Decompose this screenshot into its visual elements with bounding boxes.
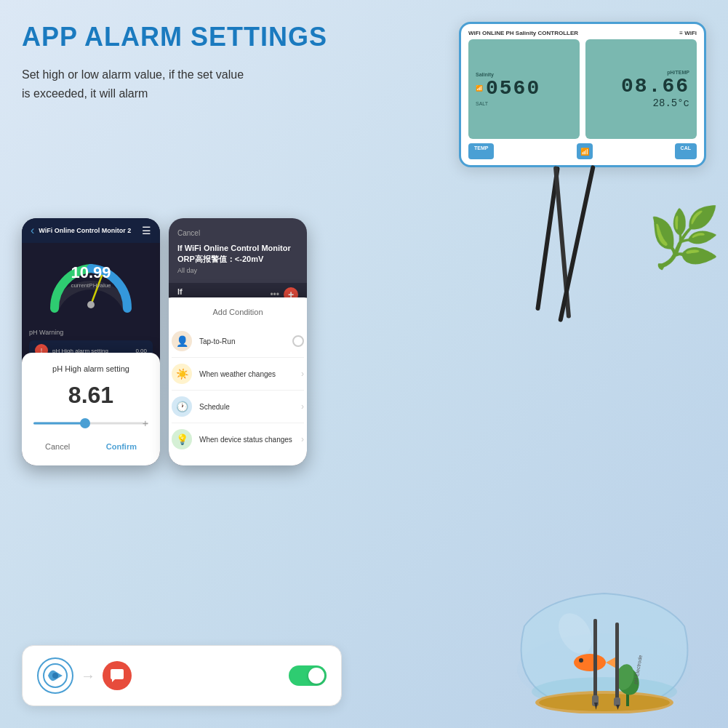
popup-value: 8.61: [33, 382, 148, 409]
ph-value: 08.66: [621, 75, 689, 97]
phone-header: ‹ WiFi Online Control Monitor 2 ☰: [22, 218, 160, 243]
ph-warning-title: pH Warning: [29, 329, 153, 336]
slider-track: [33, 423, 148, 425]
svg-point-21: [52, 673, 58, 679]
schedule-icon: 🕐: [172, 396, 192, 417]
page-title: APP ALARM SETTINGS: [22, 22, 342, 52]
add-condition-popup: Add Condition 👤 Tap-to-Run ☀️ When weath…: [169, 297, 307, 465]
bottom-banner: →: [22, 645, 342, 706]
right-arrow-icon: →: [81, 668, 95, 684]
auto-cancel-label[interactable]: Cancel: [177, 229, 200, 237]
toggle-switch[interactable]: [289, 665, 327, 686]
logo-svg: [42, 663, 68, 689]
device-box: WiFi ONLINE PH Salinity CONTROLLER ≡ WiF…: [459, 22, 706, 167]
weather-arrow-icon: ›: [301, 369, 304, 379]
gauge-value-display: 10.99 currentPHvalue: [71, 263, 111, 289]
salt-label: SALT: [476, 101, 488, 106]
auto-header: Cancel If WiFi Online Control Monitor OR…: [169, 218, 307, 279]
fish-bowl-svg: pH Electrode: [503, 510, 706, 713]
svg-point-4: [574, 654, 606, 671]
phone-title: WiFi Online Control Monitor 2: [39, 227, 142, 234]
schedule-arrow-icon: ›: [301, 401, 304, 412]
leaf-decoration: 🌿: [648, 204, 721, 272]
toggle-knob: [308, 668, 324, 684]
slider-thumb[interactable]: [80, 418, 90, 428]
phones-area: ‹ WiFi Online Control Monitor 2 ☰ 10.99 …: [22, 218, 307, 465]
slider-container[interactable]: +: [33, 416, 148, 431]
weather-icon: ☀️: [172, 364, 192, 384]
slider-plus-icon[interactable]: +: [143, 417, 148, 429]
schedule-label: Schedule: [199, 403, 301, 411]
cancel-button[interactable]: Cancel: [33, 439, 81, 454]
menu-icon[interactable]: ☰: [142, 225, 151, 236]
svg-rect-10: [593, 619, 597, 699]
wifi-label: ≡ WiFi: [679, 30, 697, 36]
chat-icon: [103, 661, 132, 690]
device-status-icon: 💡: [172, 429, 192, 449]
add-condition-title: Add Condition: [172, 308, 304, 316]
all-day-label: All day: [177, 267, 298, 274]
if-label: If: [177, 287, 247, 296]
salinity-label: Salinity: [476, 72, 494, 77]
device-screens: Salinity 📶 0560 SALT pH/TEMP 08.66 28.5°…: [468, 39, 697, 139]
temp-value: 28.5°c: [653, 97, 689, 109]
svg-point-19: [87, 301, 95, 308]
schedule-item[interactable]: 🕐 Schedule ›: [172, 391, 304, 423]
chat-svg: [109, 668, 125, 684]
fish-bowl: pH Electrode: [503, 510, 706, 713]
weather-changes-label: When weather changes: [199, 370, 301, 378]
popup-title: pH High alarm setting: [33, 364, 148, 373]
device-top-bar: WiFi ONLINE PH Salinity CONTROLLER ≡ WiF…: [468, 30, 697, 36]
device-buttons: TEMP 📶 CAL: [468, 143, 697, 159]
wifi-button[interactable]: 📶: [577, 143, 593, 159]
salinity-value: 0560: [486, 77, 540, 100]
brand-logo: [37, 657, 73, 694]
device-title-label: WiFi ONLINE PH Salinity CONTROLLER: [468, 30, 578, 36]
cal-button[interactable]: CAL: [675, 143, 697, 159]
tap-to-run-item[interactable]: 👤 Tap-to-Run: [172, 325, 304, 358]
top-section: APP ALARM SETTINGS Set high or low alarm…: [22, 22, 342, 103]
svg-point-6: [579, 658, 583, 663]
back-arrow-icon[interactable]: ‹: [31, 224, 34, 237]
confirm-button[interactable]: Confirm: [95, 439, 148, 454]
page-description: Set high or low alarm value, if the set …: [22, 65, 342, 103]
svg-rect-11: [615, 623, 619, 699]
svg-point-3: [539, 694, 670, 711]
device-status-item[interactable]: 💡 When device status changes ›: [172, 423, 304, 455]
device-status-label: When device status changes: [199, 436, 301, 444]
weather-changes-item[interactable]: ☀️ When weather changes ›: [172, 358, 304, 391]
notification-title: If WiFi Online Control Monitor ORP高报警值：<…: [177, 243, 298, 265]
tap-icon: 👤: [172, 331, 192, 351]
ph-temp-screen: pH/TEMP 08.66 28.5°c: [585, 39, 697, 139]
popup-buttons: Cancel Confirm: [33, 439, 148, 454]
temp-button[interactable]: TEMP: [468, 143, 494, 159]
ph-temp-label: pH/TEMP: [667, 70, 689, 75]
gauge-label: currentPHvalue: [71, 282, 111, 289]
gauge-number: 10.99: [71, 263, 111, 282]
phone-dark: ‹ WiFi Online Control Monitor 2 ☰ 10.99 …: [22, 218, 160, 465]
phone-popup: pH High alarm setting 8.61 + Cancel Conf…: [22, 353, 160, 465]
salinity-screen: Salinity 📶 0560 SALT: [468, 39, 580, 139]
slider-fill: [33, 423, 85, 425]
gauge-area: 10.99 currentPHvalue: [22, 243, 160, 323]
device-status-arrow-icon: ›: [301, 434, 304, 444]
phone-automation: Cancel If WiFi Online Control Monitor OR…: [169, 218, 307, 465]
tap-to-run-label: Tap-to-Run: [199, 337, 292, 345]
tap-radio[interactable]: [292, 335, 304, 347]
